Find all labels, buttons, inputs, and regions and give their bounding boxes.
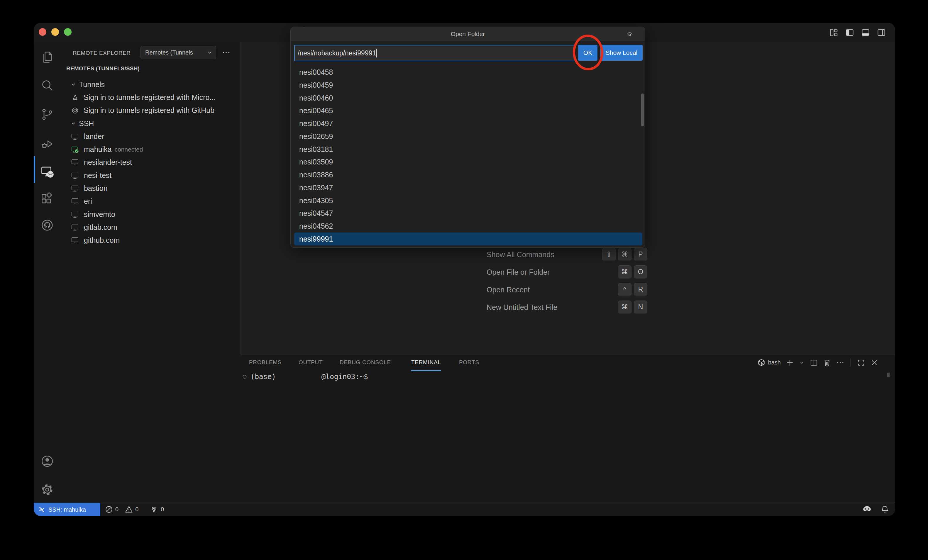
key-shift: ⇧ [602,248,616,261]
terminal-scrollbar-thumb[interactable] [887,373,890,377]
accounts-icon[interactable] [40,454,54,468]
customize-layout-icon[interactable] [829,28,838,37]
folder-option[interactable]: nesi00497 [294,117,642,130]
chevron-down-icon [70,121,76,127]
terminal-prompt-line[interactable]: (base) @login03:~$ [242,373,368,381]
toggle-secondary-sidebar-icon[interactable] [877,28,886,37]
key-cmd: ⌘ [618,248,632,261]
remote-scope-value: Remotes (Tunnels [145,49,206,56]
tree-item-signin-github[interactable]: Sign in to tunnels registered with GitHu… [61,104,240,117]
chevron-down-icon [206,49,213,56]
key-cmd: ⌘ [618,266,632,279]
folder-option[interactable]: nesi00465 [294,104,642,117]
vm-icon [71,185,79,192]
tree-group-ssh[interactable]: SSH [61,117,240,130]
folder-option[interactable]: nesi04305 [294,194,642,207]
vm-icon [71,158,79,166]
more-actions-icon[interactable] [220,46,232,59]
vm-icon [71,133,79,140]
new-terminal-icon[interactable] [786,359,794,367]
tree-item-host[interactable]: github.com [61,234,240,247]
split-terminal-icon[interactable] [810,359,818,367]
toggle-panel-icon[interactable] [861,28,870,37]
shell-label: bash [768,359,781,366]
problems-status[interactable]: 0 0 [105,503,139,516]
vm-icon [71,171,79,179]
divider [850,359,851,367]
github-icon [72,107,79,114]
tree-item-host[interactable]: gitlab.com [61,221,240,233]
warning-icon [125,505,133,513]
terminal-more-actions-icon[interactable] [836,359,844,367]
status-bar: SSH: mahuika 0 0 0 [34,502,895,516]
zoom-window-button[interactable] [64,28,72,36]
search-icon[interactable] [40,78,54,92]
tree-item-host[interactable]: eri [61,195,240,208]
tree-group-tunnels[interactable]: Tunnels [61,78,240,91]
folder-option[interactable]: nesi04562 [294,220,642,232]
warning-count: 0 [135,506,139,513]
vm-icon [71,236,79,244]
folder-option[interactable]: nesi03947 [294,181,642,194]
tree-item-host-connected[interactable]: mahuika connected [61,143,240,156]
tab-problems[interactable]: PROBLEMS [249,354,282,370]
remote-scope-select[interactable]: Remotes (Tunnels [140,46,216,59]
maximize-panel-icon[interactable] [857,359,865,367]
section-header[interactable]: REMOTES (TUNNELS/SSH) [66,66,140,72]
notifications-bell-icon[interactable] [880,505,890,514]
folder-option-selected[interactable]: nesi99991 [294,232,642,246]
settings-gear-icon[interactable] [40,482,54,497]
folder-option[interactable]: nesi00460 [294,92,642,104]
folder-option[interactable]: nesi02659 [294,130,642,143]
close-window-button[interactable] [39,28,46,36]
tab-debug-console[interactable]: DEBUG CONSOLE [340,354,391,370]
annotation-circle [568,31,609,75]
dialog-scrollbar-thumb[interactable] [641,93,644,127]
tree-item-host[interactable]: nesilander-test [61,156,240,169]
remote-tree: Tunnels Sign in to tunnels registered wi… [61,78,240,247]
bottom-panel: PROBLEMS OUTPUT DEBUG CONSOLE TERMINAL P… [240,354,895,502]
tab-terminal[interactable]: TERMINAL [411,354,441,371]
folder-option[interactable]: nesi03181 [294,143,642,156]
error-icon [105,505,113,513]
github-view-icon[interactable] [40,218,54,232]
ports-status[interactable]: 0 [150,503,164,516]
minimize-window-button[interactable] [51,28,59,36]
folder-option[interactable]: nesi03509 [294,156,642,168]
launch-profile-chevron-icon[interactable] [799,360,805,366]
toggle-primary-sidebar-icon[interactable] [845,28,855,37]
tree-item-host[interactable]: bastion [61,182,240,195]
ports-count: 0 [161,506,164,513]
source-control-icon[interactable] [40,107,54,121]
run-debug-icon[interactable] [40,137,54,151]
vm-icon [71,197,79,205]
extensions-icon[interactable] [40,192,54,206]
vm-connected-icon [71,145,79,153]
remote-explorer-icon[interactable]: >< [40,165,54,179]
folder-path-input[interactable]: /nesi/nobackup/nesi99991 [294,45,575,61]
bash-icon: $ [757,359,766,367]
folder-option[interactable]: nesi03886 [294,168,642,181]
tab-output[interactable]: OUTPUT [299,354,323,370]
screencast-icon[interactable] [626,30,634,38]
sidebar-title: REMOTE EXPLORER [73,50,131,56]
tree-item-host[interactable]: lander [61,130,240,143]
folder-option[interactable]: nesi00459 [294,79,642,92]
vm-icon [71,211,79,218]
kill-terminal-trash-icon[interactable] [823,359,831,367]
remote-indicator[interactable]: SSH: mahuika [34,503,100,516]
tree-item-host[interactable]: simvemto [61,208,240,221]
key-ctrl: ^ [618,283,632,296]
vscode-window: >< [34,23,895,516]
tree-item-signin-microsoft[interactable]: Sign in to tunnels registered with Micro… [61,91,240,104]
connection-status: connected [114,146,143,153]
close-panel-icon[interactable] [870,359,878,367]
vm-icon [71,223,79,231]
chevron-down-icon [70,81,76,87]
terminal-shell-selector[interactable]: $ bash [757,359,781,367]
folder-option[interactable]: nesi04547 [294,207,642,220]
tree-item-host[interactable]: nesi-test [61,169,240,182]
explorer-icon[interactable] [40,50,54,64]
copilot-icon[interactable] [862,504,872,515]
tab-ports[interactable]: PORTS [459,354,479,370]
